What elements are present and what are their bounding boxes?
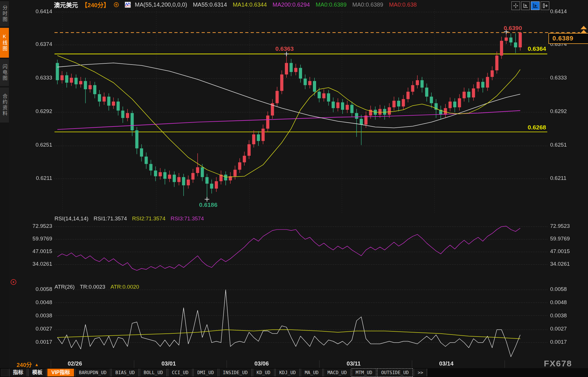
sidebar-item-time-chart[interactable]: 分时图 — [0, 1, 9, 26]
sidebar-item-lightning-chart[interactable]: 闪电图 — [0, 59, 9, 86]
price-axis-label: 0.6251 — [25, 142, 52, 148]
atr-header: ATR(26) TR:0.0023 ATR:0.0020 — [54, 284, 139, 290]
date-axis-label: 03/06 — [249, 360, 274, 367]
price-axis-label: 0.6251 — [550, 142, 582, 148]
axis-separator — [505, 360, 505, 368]
rsi-axis-label: 72.9523 — [550, 223, 582, 229]
rsi-axis-label: 47.0015 — [25, 248, 52, 254]
watermark: FX678 — [544, 359, 572, 368]
date-axis-label: 03/11 — [341, 360, 367, 367]
target-icon[interactable] — [10, 278, 17, 287]
ma0-value-1: MA0:0.6389 — [316, 1, 346, 8]
atr-value: ATR:0.0020 — [110, 284, 139, 290]
rsi1-value: RSI1:71.3574 — [94, 215, 127, 222]
timeframe-selector[interactable]: 240分 ▲ — [17, 360, 39, 369]
tab-bias-ud[interactable]: BIAS_UD — [111, 369, 139, 376]
axis-separator — [227, 360, 227, 368]
ma55-value: MA55:0.6314 — [193, 1, 227, 8]
mini-chart-icon[interactable] — [125, 2, 131, 8]
date-axis-label: 03/14 — [433, 360, 459, 367]
session-high-label: 0.6390 — [504, 25, 522, 32]
tab-barupdn-ud[interactable]: BARUPDN_UD — [75, 369, 110, 376]
price-axis-label: 0.6374 — [25, 41, 52, 47]
price-axis-label: 0.6333 — [25, 75, 52, 81]
tab-kdj-ud[interactable]: KDJ_UD — [275, 369, 300, 376]
last-price-badge: 0.6389 — [548, 33, 588, 44]
rsi-axis-label: 59.9769 — [25, 236, 52, 242]
rsi3-value: RSI3:71.3574 — [171, 215, 204, 222]
tab-template[interactable]: 模板 — [28, 369, 46, 376]
atr-axis-label: 0.0038 — [25, 312, 52, 319]
session-low-label: 0.6186 — [199, 201, 217, 208]
period-label[interactable]: 【240分】 — [81, 0, 110, 9]
date-axis-label: 03/01 — [156, 360, 182, 367]
price-axis-label: 0.6211 — [25, 175, 52, 181]
atr-indicator-name: ATR(26) — [54, 284, 75, 290]
tab-macd-ud[interactable]: MACD_UD — [324, 369, 351, 376]
atr-axis-label: 0.0058 — [25, 286, 52, 292]
sidebar-item-contract-info[interactable]: 合约资料 — [0, 88, 9, 123]
tab-inside-ud[interactable]: INSIDE_UD — [219, 369, 252, 376]
add-indicator-icon[interactable] — [114, 2, 119, 7]
tab-kd-ud[interactable]: KD_UD — [253, 369, 274, 376]
chart-legend: 澳元美元 【240分】 MA(55,14,200,0,0,0) MA55:0.6… — [54, 1, 417, 8]
tab-mtm-ud[interactable]: MTM_UD — [352, 368, 376, 377]
sidebar: 分时图 K线图 闪电图 合约资料 — [0, 0, 9, 377]
axis-separator — [319, 360, 320, 368]
tab-cci-ud[interactable]: CCI_UD — [168, 369, 192, 376]
tr-value: TR:0.0023 — [80, 284, 105, 290]
atr-axis-label: 0.0017 — [550, 339, 582, 345]
tab-dmi-ud[interactable]: DMI_UD — [193, 369, 218, 376]
rsi-axis-label: 72.9523 — [25, 223, 52, 229]
rsi-axis-label: 34.0261 — [25, 261, 52, 267]
symbol-title: 澳元美元 — [54, 0, 78, 9]
atr-axis-label: 0.0048 — [25, 299, 52, 306]
price-axis-label: 0.6211 — [550, 175, 582, 181]
ma200-value: MA200:0.6294 — [272, 1, 310, 8]
price-axis-label: 0.6333 — [550, 75, 582, 81]
axis-candle-view-icon[interactable] — [521, 1, 530, 10]
ma-params: MA(55,14,200,0,0,0) — [135, 1, 187, 8]
resistance-right-label: 0.6364 — [516, 45, 546, 52]
tab-outside-ud[interactable]: OUTSIDE_UD — [377, 368, 413, 377]
rsi-axis-label: 59.9769 — [550, 236, 582, 242]
price-axis-label: 0.6292 — [550, 108, 582, 114]
support-right-label: 0.6268 — [516, 124, 546, 131]
atr-axis-label: 0.0048 — [550, 299, 582, 306]
ma0-value-2: MA0:0.6389 — [352, 1, 383, 8]
resistance-label: 0.6363 — [275, 45, 294, 52]
axis-separator — [134, 360, 134, 368]
sidebar-item-kline-chart[interactable]: K线图 — [0, 28, 9, 58]
date-axis-label: 02/26 — [62, 360, 88, 367]
chart-canvas[interactable] — [0, 0, 588, 377]
rsi-axis-label: 34.0261 — [550, 261, 582, 267]
chart-toolbar — [511, 1, 549, 10]
indicator-tabbar: 指标 模板 VIP指标 BARUPDN_UD BIAS_UD BOLL_UD C… — [0, 368, 588, 377]
crosshair-tool-icon[interactable] — [511, 1, 520, 10]
atr-axis-label: 0.0017 — [25, 339, 52, 345]
tab-indicator[interactable]: 指标 — [9, 369, 27, 376]
app-root: 分时图 K线图 闪电图 合约资料 澳元美元 【240分】 MA(55,14,20… — [0, 0, 588, 377]
ma0-value-3: MA0:0.638 — [389, 1, 417, 8]
tab-boll-ud[interactable]: BOLL_UD — [140, 369, 167, 376]
atr-axis-label: 0.0027 — [25, 326, 52, 332]
timeframe-label: 240分 — [17, 360, 32, 369]
atr-axis-label: 0.0058 — [550, 286, 582, 292]
up-triangle-icon: ▲ — [34, 362, 39, 367]
price-axis-label: 0.6292 — [25, 108, 52, 114]
scroll-to-latest-icon[interactable] — [581, 26, 587, 33]
axis-play-view-icon[interactable] — [531, 1, 540, 10]
tab-more[interactable]: >> — [414, 369, 427, 376]
axis-separator — [412, 360, 412, 368]
atr-axis-label: 0.0027 — [550, 326, 582, 332]
pane-shift-icon[interactable] — [541, 1, 549, 10]
rsi-axis-label: 47.0015 — [550, 248, 582, 254]
rsi2-value: RSI2:71.3574 — [132, 215, 166, 222]
tab-vip-indicator[interactable]: VIP指标 — [47, 369, 74, 376]
tabbar-corner-box — [1, 369, 8, 376]
atr-axis-label: 0.0038 — [550, 312, 582, 319]
rsi-indicator-name: RSI(14,14,14) — [54, 215, 88, 222]
tab-ma-ud[interactable]: MA_UD — [301, 369, 322, 376]
ma14-value: MA14:0.6344 — [233, 1, 267, 8]
axis-separator — [51, 360, 51, 368]
